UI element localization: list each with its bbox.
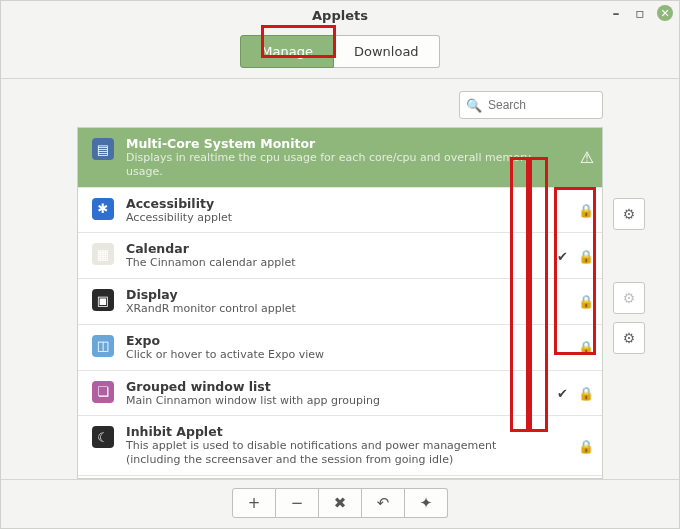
applet-icon: ☾ (92, 426, 114, 448)
applet-icon: ▣ (92, 289, 114, 311)
lock-icon: 🔒 (578, 340, 594, 355)
applet-row[interactable]: ☾Inhibit AppletThis applet is used to di… (78, 416, 602, 476)
tab-manage-label: Manage (261, 44, 313, 59)
gear-column: ⚙⚙⚙ (605, 79, 645, 479)
row-status-icons: 🔒 (578, 294, 594, 309)
minimize-icon[interactable]: – (609, 6, 623, 20)
gear-icon: ⚙ (623, 206, 636, 222)
applet-row[interactable]: ▤Multi-Core System MonitorDisplays in re… (78, 128, 602, 188)
applet-icon: ▤ (92, 138, 114, 160)
applet-description: Accessibility applet (126, 211, 548, 225)
row-status-icons: 🔒 (578, 202, 594, 217)
search-row: 🔍 (1, 79, 679, 127)
applet-text: AccessibilityAccessibility applet (126, 196, 588, 225)
lock-icon: 🔒 (578, 248, 594, 263)
applet-title: Grouped window list (126, 379, 548, 394)
gear-icon: ⚙ (623, 290, 636, 306)
applet-description: This applet is used to disable notificat… (126, 439, 548, 467)
lock-icon: 🔒 (578, 202, 594, 217)
gear-button[interactable]: ⚙ (613, 322, 645, 354)
titlebar: Applets – ▫ ✕ (1, 1, 679, 29)
applet-title: Multi-Core System Monitor (126, 136, 548, 151)
row-status-icons: 🔒 (578, 438, 594, 453)
window-controls: – ▫ ✕ (609, 5, 673, 21)
row-status-icons: ✔🔒 (557, 385, 594, 400)
applet-description: Main Cinnamon window list with app group… (126, 394, 548, 408)
close-icon[interactable]: ✕ (657, 5, 673, 21)
applet-text: Multi-Core System MonitorDisplays in rea… (126, 136, 588, 179)
body-area: 🔍 ▤Multi-Core System MonitorDisplays in … (1, 79, 679, 479)
delete-icon: ✖ (334, 494, 347, 512)
applet-text: CalendarThe Cinnamon calendar applet (126, 241, 588, 270)
row-status-icons: 🔒 (578, 340, 594, 355)
gear-icon: ⚙ (623, 330, 636, 346)
applet-list[interactable]: ▤Multi-Core System MonitorDisplays in re… (77, 127, 603, 479)
restore-button[interactable]: ↶ (362, 488, 405, 518)
search-box[interactable]: 🔍 (459, 91, 603, 119)
update-icon: ✦ (420, 494, 433, 512)
applet-icon: ✱ (92, 198, 114, 220)
applet-description: XRandR monitor control applet (126, 302, 548, 316)
applet-title: Display (126, 287, 548, 302)
applet-description: Displays in realtime the cpu usage for e… (126, 151, 548, 179)
lock-icon: 🔒 (578, 385, 594, 400)
window-title: Applets (312, 8, 368, 23)
uninstall-button[interactable]: ✖ (319, 488, 362, 518)
undo-icon: ↶ (377, 494, 390, 512)
tab-manage[interactable]: Manage (240, 35, 334, 68)
remove-button[interactable]: − (276, 488, 319, 518)
applet-row[interactable]: ⌨KeyboardKeyboard layout✔🔒 (78, 476, 602, 479)
tab-download[interactable]: Download (334, 35, 440, 68)
check-icon: ✔ (557, 248, 568, 263)
add-button[interactable]: + (232, 488, 276, 518)
applet-text: DisplayXRandR monitor control applet (126, 287, 588, 316)
tab-bar: Manage Download (1, 29, 679, 79)
applet-icon: ▦ (92, 243, 114, 265)
lock-icon: 🔒 (578, 438, 594, 453)
plus-icon: + (248, 494, 261, 512)
applet-row[interactable]: ❏Grouped window listMain Cinnamon window… (78, 371, 602, 417)
search-input[interactable] (486, 97, 596, 113)
applets-window: Applets – ▫ ✕ Manage Download 🔍 ▤Multi-C… (0, 0, 680, 529)
tab-download-label: Download (354, 44, 419, 59)
applet-title: Expo (126, 333, 548, 348)
applet-title: Accessibility (126, 196, 548, 211)
row-status-icons: ⚠ (580, 148, 594, 167)
applet-icon: ◫ (92, 335, 114, 357)
warning-icon: ⚠ (580, 148, 594, 167)
row-status-icons: ✔🔒 (557, 248, 594, 263)
gear-button[interactable]: ⚙ (613, 282, 645, 314)
maximize-icon[interactable]: ▫ (633, 6, 647, 20)
applet-description: Click or hover to activate Expo view (126, 348, 548, 362)
minus-icon: − (291, 494, 304, 512)
check-icon: ✔ (557, 385, 568, 400)
applet-row[interactable]: ▣DisplayXRandR monitor control applet🔒 (78, 279, 602, 325)
applet-text: Inhibit AppletThis applet is used to dis… (126, 424, 588, 467)
applet-row[interactable]: ✱AccessibilityAccessibility applet🔒 (78, 188, 602, 234)
applet-icon: ❏ (92, 381, 114, 403)
update-button[interactable]: ✦ (405, 488, 448, 518)
applet-row[interactable]: ◫ExpoClick or hover to activate Expo vie… (78, 325, 602, 371)
applet-title: Inhibit Applet (126, 424, 548, 439)
gear-button[interactable]: ⚙ (613, 198, 645, 230)
applet-row[interactable]: ▦CalendarThe Cinnamon calendar applet✔🔒 (78, 233, 602, 279)
lock-icon: 🔒 (578, 294, 594, 309)
search-icon: 🔍 (466, 98, 482, 113)
bottom-toolbar: + − ✖ ↶ ✦ (1, 479, 679, 528)
applet-description: The Cinnamon calendar applet (126, 256, 548, 270)
applet-title: Calendar (126, 241, 548, 256)
applet-text: ExpoClick or hover to activate Expo view (126, 333, 588, 362)
applet-text: Grouped window listMain Cinnamon window … (126, 379, 588, 408)
